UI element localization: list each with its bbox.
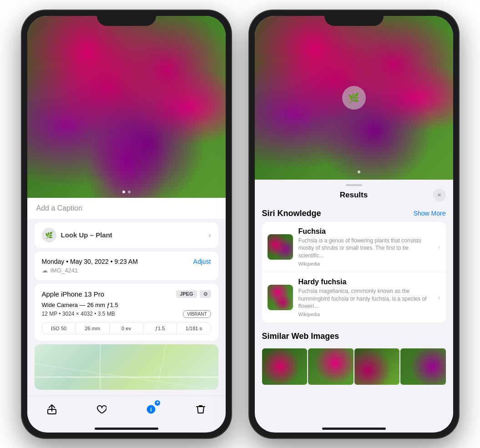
lookup-type: Plant [94, 231, 112, 239]
web-images-row [255, 348, 453, 385]
fuchsia-thumb [268, 234, 293, 260]
right-phone-screen: 🌿 Results × Siri Knowledge Show More [255, 16, 453, 433]
exif-focal: 26 mm [76, 323, 110, 334]
web-image-2[interactable] [308, 348, 354, 385]
exif-ev: 0 ev [110, 323, 143, 334]
results-title: Results [340, 191, 368, 200]
device-header: Apple iPhone 13 Pro JPEG ⊙ [42, 290, 211, 298]
right-phone-notch [324, 10, 384, 26]
info-panel: Add a Caption 🌿 Look Up – Plant › Monday… [27, 198, 226, 395]
show-more-button[interactable]: Show More [414, 210, 446, 217]
vibrant-badge: VIBRANT [183, 310, 211, 318]
svg-line-2 [152, 344, 166, 390]
camera-info: Wide Camera — 26 mm ƒ1.5 [42, 302, 211, 308]
phone-notch [97, 10, 156, 26]
visual-lookup-button[interactable]: 🌿 [342, 86, 366, 110]
knowledge-item-fuchsia[interactable]: Fuchsia Fuchsia is a genus of flowering … [262, 222, 446, 272]
map-roads-svg [35, 344, 218, 390]
knowledge-card: Fuchsia Fuchsia is a genus of flowering … [262, 222, 446, 323]
format-badges: JPEG ⊙ [176, 290, 211, 298]
lookup-label: Look Up – Plant [61, 231, 112, 239]
web-image-3[interactable] [354, 348, 400, 385]
lookup-row[interactable]: 🌿 Look Up – Plant › [35, 222, 218, 248]
exif-iso: ISO 50 [42, 323, 76, 334]
hardy-chevron: › [438, 294, 440, 301]
web-image-1[interactable] [262, 348, 308, 385]
web-images-section: Similar Web Images [255, 326, 453, 387]
siri-knowledge-title: Siri Knowledge [262, 209, 321, 218]
caption-placeholder: Add a Caption [36, 204, 82, 212]
delete-button[interactable] [192, 400, 210, 418]
close-button[interactable]: × [433, 189, 446, 201]
filename: IMG_4241 [51, 267, 78, 274]
svg-text:i: i [150, 407, 152, 413]
left-phone-screen: Add a Caption 🌿 Look Up – Plant › Monday… [27, 16, 226, 433]
dot-1 [122, 191, 125, 193]
favorite-button[interactable] [92, 400, 111, 418]
cloud-icon: ☁ [42, 267, 48, 274]
results-panel: Results × Siri Knowledge Show More Fuchs… [255, 180, 453, 428]
home-indicator [95, 428, 158, 430]
drag-handle[interactable] [346, 184, 362, 186]
knowledge-item-hardy[interactable]: Hardy fuchsia Fuchsia magellanica, commo… [262, 272, 446, 322]
date-row: Monday • May 30, 2022 • 9:23 AM Adjust [42, 258, 211, 265]
right-home-indicator [322, 428, 386, 430]
fuchsia-content: Fuchsia Fuchsia is a genus of flowering … [298, 227, 431, 267]
hardy-desc: Fuchsia magellanica, commonly known as t… [298, 287, 431, 310]
left-phone: Add a Caption 🌿 Look Up – Plant › Monday… [22, 10, 231, 438]
results-screen: 🌿 Results × Siri Knowledge Show More [255, 16, 453, 428]
info-button[interactable]: i ✦ [142, 400, 160, 418]
mp-info: 12 MP • 3024 × 4032 • 3.5 MB [42, 311, 115, 317]
exif-row: ISO 50 26 mm 0 ev ƒ1.5 1/181 s [42, 322, 211, 334]
lookup-chevron: › [209, 232, 211, 239]
share-button[interactable] [43, 400, 61, 418]
fuchsia-chevron: › [438, 243, 440, 251]
mp-row: 12 MP • 3024 × 4032 • 3.5 MB VIBRANT [42, 310, 211, 318]
fuchsia-name: Fuchsia [298, 227, 431, 236]
results-dot [358, 171, 360, 173]
web-images-header: Similar Web Images [255, 328, 453, 345]
exif-aperture: ƒ1.5 [143, 323, 177, 334]
adjust-button[interactable]: Adjust [193, 258, 211, 265]
lookup-prefix: Look Up – [61, 231, 94, 239]
device-name: Apple iPhone 13 Pro [42, 290, 105, 298]
image-pagination [122, 191, 131, 193]
filename-row: ☁ IMG_4241 [42, 267, 211, 274]
meta-section: Monday • May 30, 2022 • 9:23 AM Adjust ☁… [35, 252, 218, 280]
date-text: Monday • May 30, 2022 • 9:23 AM [42, 258, 138, 265]
device-section: Apple iPhone 13 Pro JPEG ⊙ Wide Camera —… [35, 284, 218, 341]
flower-image[interactable] [27, 16, 226, 198]
hardy-content: Hardy fuchsia Fuchsia magellanica, commo… [298, 278, 431, 317]
results-flower: 🌿 [255, 16, 453, 180]
format-badge: JPEG [176, 290, 197, 298]
exif-shutter: 1/181 s [177, 323, 210, 334]
fuchsia-source: Wikipedia [298, 261, 431, 267]
map-thumbnail[interactable] [35, 344, 218, 390]
web-image-4[interactable] [400, 348, 446, 385]
hardy-name: Hardy fuchsia [298, 278, 431, 286]
results-header: Results × [255, 191, 453, 205]
web-images-title: Similar Web Images [262, 332, 339, 341]
hardy-thumb [268, 285, 293, 310]
bottom-toolbar: i ✦ [27, 395, 226, 428]
caption-area[interactable]: Add a Caption [27, 198, 226, 219]
leaf-icon: 🌿 [42, 228, 56, 242]
siri-knowledge-header: Siri Knowledge Show More [255, 205, 453, 222]
hardy-source: Wikipedia [298, 312, 431, 317]
info-dot: ✦ [155, 400, 160, 406]
right-phone: 🌿 Results × Siri Knowledge Show More [249, 10, 459, 438]
fuchsia-desc: Fuchsia is a genus of flowering plants t… [298, 237, 431, 260]
settings-badge: ⊙ [200, 290, 211, 298]
dot-2 [128, 191, 131, 193]
